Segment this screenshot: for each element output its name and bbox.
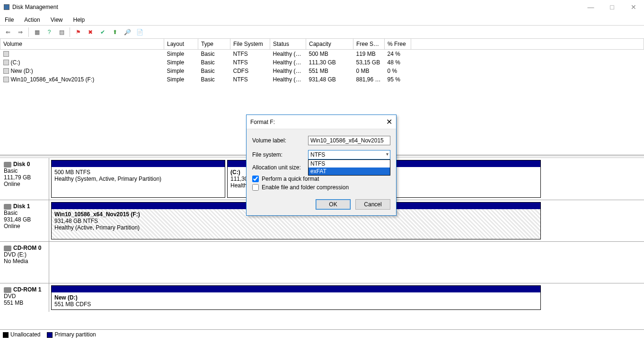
doc-icon: 📄 xyxy=(136,29,143,35)
column-header[interactable]: % Free xyxy=(385,39,411,49)
disk-kind: Basic xyxy=(4,210,18,216)
tb-btn-8[interactable]: 🔎 xyxy=(122,27,132,37)
volume-row[interactable]: SimpleBasicNTFSHealthy (S...500 MB119 MB… xyxy=(0,49,644,58)
chevron-down-icon: ▾ xyxy=(386,151,388,157)
menu-bar: File Action View Help xyxy=(0,14,644,26)
partition-line1: 931,48 GB NTFS xyxy=(54,218,98,224)
tb-btn-6[interactable]: ✔ xyxy=(97,27,108,37)
menu-view[interactable]: View xyxy=(49,16,65,24)
minimize-button[interactable]: — xyxy=(580,0,601,14)
filesystem-value: NTFS xyxy=(310,151,325,158)
disk-state: Online xyxy=(4,181,20,187)
filesystem-select[interactable]: NTFS ▾ xyxy=(308,150,390,159)
disk-state: No Media xyxy=(4,258,28,265)
back-button[interactable]: ⇐ xyxy=(3,27,13,37)
column-header[interactable]: Capacity xyxy=(306,39,353,49)
swatch-primary xyxy=(47,332,53,338)
volume-name: Win10_10586_x64_Nov2015 (F:) xyxy=(11,76,95,83)
app-icon xyxy=(4,4,9,10)
disk-icon xyxy=(4,287,11,293)
disk-row: CD-ROM 0DVD (E:)No Media xyxy=(0,241,644,283)
menu-action[interactable]: Action xyxy=(22,16,42,24)
disk-size: 551 MB xyxy=(4,300,23,306)
partition[interactable]: New (D:)551 MB CDFS xyxy=(51,285,541,310)
disk-info[interactable]: CD-ROM 1DVD551 MB xyxy=(0,283,49,312)
volume-icon xyxy=(3,60,9,65)
partition-title: (C:) xyxy=(230,169,240,176)
app-title: Disk Management xyxy=(12,4,58,10)
forward-button[interactable]: ⇒ xyxy=(15,27,26,37)
disk-icon xyxy=(4,246,11,251)
volume-label-label: Volume label: xyxy=(252,137,308,144)
menu-file[interactable]: File xyxy=(3,16,16,24)
partition[interactable]: 500 MB NTFSHealthy (System, Active, Prim… xyxy=(51,160,225,198)
menu-help[interactable]: Help xyxy=(71,16,87,24)
disk-kind: Basic xyxy=(4,168,18,174)
partition-title: New (D:) xyxy=(54,294,78,301)
allocation-label: Allocation unit size: xyxy=(252,164,308,171)
arrow-right-icon: ⇒ xyxy=(18,29,23,35)
partition-body: New (D:)551 MB CDFS xyxy=(52,292,540,309)
column-header[interactable]: Volume xyxy=(0,39,164,49)
compress-checkbox[interactable] xyxy=(252,184,259,191)
format-dialog: Format F: ✕ Volume label: File system: N… xyxy=(246,115,397,216)
compress-label[interactable]: Enable file and folder compression xyxy=(262,184,349,191)
tb-btn-7[interactable]: ⬆ xyxy=(110,27,120,37)
tb-btn-5[interactable]: ✖ xyxy=(85,27,96,37)
column-header[interactable]: Status xyxy=(270,39,306,49)
tb-btn-4[interactable]: ⚑ xyxy=(73,27,83,37)
column-header[interactable]: Type xyxy=(198,39,230,49)
disk-row: CD-ROM 1DVD551 MBNew (D:)551 MB CDFS xyxy=(0,283,644,312)
volume-row[interactable]: (C:)SimpleBasicNTFSHealthy (B...111,30 G… xyxy=(0,58,644,67)
volume-row[interactable]: Win10_10586_x64_Nov2015 (F:)SimpleBasicN… xyxy=(0,75,644,84)
dialog-title: Format F: xyxy=(250,119,275,125)
tb-btn-9[interactable]: 📄 xyxy=(134,27,145,37)
dialog-close-button[interactable]: ✕ xyxy=(386,117,392,126)
disk-icon xyxy=(4,204,11,210)
cancel-button[interactable]: Cancel xyxy=(355,199,390,210)
volume-name: (C:) xyxy=(11,59,20,66)
title-bar: Disk Management — □ ✕ xyxy=(0,0,644,14)
partition-title: Win10_10586_x64_Nov2015 (F:) xyxy=(54,211,140,218)
column-header[interactable]: Free Spa... xyxy=(353,39,385,49)
volume-name: New (D:) xyxy=(11,68,33,74)
disk-name: Disk 0 xyxy=(13,161,30,168)
maximize-button[interactable]: □ xyxy=(601,0,623,14)
ok-button[interactable]: OK xyxy=(316,199,351,210)
disk-partitions: New (D:)551 MB CDFS xyxy=(49,283,644,312)
tb-btn-2[interactable]: ? xyxy=(44,27,54,37)
disk-info[interactable]: Disk 1Basic931,48 GBOnline xyxy=(0,200,49,241)
disk-state: Online xyxy=(4,223,20,229)
filesystem-dropdown[interactable]: NTFSexFAT xyxy=(308,159,390,176)
volume-label-input[interactable] xyxy=(308,136,390,145)
tb-btn-1[interactable]: ▦ xyxy=(32,27,42,37)
filesystem-option[interactable]: NTFS xyxy=(309,160,390,168)
partition-body: 500 MB NTFSHealthy (System, Active, Prim… xyxy=(52,167,225,197)
panel-icon: ▦ xyxy=(35,29,40,35)
column-header[interactable]: Layout xyxy=(164,39,198,49)
column-header[interactable]: File System xyxy=(230,39,270,49)
delete-icon: ✖ xyxy=(88,29,93,35)
list-icon: ▤ xyxy=(59,29,64,35)
filesystem-label: File system: xyxy=(252,151,308,158)
close-button[interactable]: ✕ xyxy=(623,0,644,14)
column-header-filler xyxy=(411,39,644,49)
disk-size: 931,48 GB xyxy=(4,216,31,223)
swatch-unallocated xyxy=(3,332,9,338)
help-icon: ? xyxy=(48,29,51,35)
volume-table[interactable]: VolumeLayoutTypeFile SystemStatusCapacit… xyxy=(0,39,644,84)
disk-info[interactable]: Disk 0Basic111,79 GBOnline xyxy=(0,158,49,200)
quick-format-checkbox[interactable] xyxy=(252,176,259,182)
volume-row[interactable]: New (D:)SimpleBasicCDFSHealthy (P...551 … xyxy=(0,67,644,75)
filesystem-option[interactable]: exFAT xyxy=(309,168,390,175)
tb-btn-3[interactable]: ▤ xyxy=(56,27,67,37)
volume-icon xyxy=(3,51,9,57)
disk-name: CD-ROM 0 xyxy=(13,245,41,251)
toolbar: ⇐ ⇒ ▦ ? ▤ ⚑ ✖ ✔ ⬆ 🔎 📄 xyxy=(0,26,644,39)
partition-line2: Healthy (Active, Primary Partition) xyxy=(54,224,140,231)
volume-icon xyxy=(3,77,9,82)
disk-info[interactable]: CD-ROM 0DVD (E:)No Media xyxy=(0,242,49,283)
quick-format-label[interactable]: Perform a quick format xyxy=(262,176,319,182)
disk-name: Disk 1 xyxy=(13,203,30,210)
disk-partitions xyxy=(49,242,644,283)
